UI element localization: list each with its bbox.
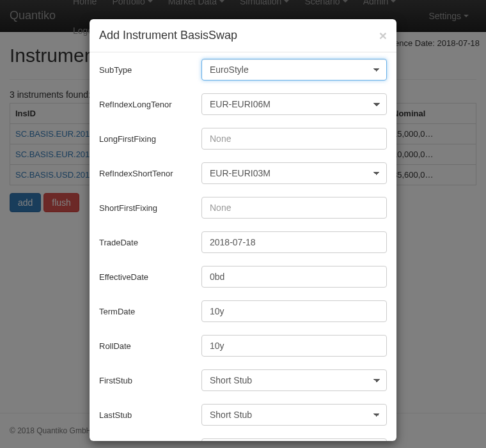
laststub-select[interactable]: Short Stub <box>201 404 387 426</box>
field-label: LastStub <box>99 410 201 420</box>
form-row-subtype: SubTypeEuroStyle <box>99 52 387 87</box>
firststub-select[interactable]: Short Stub <box>201 369 387 391</box>
form-row-laststub: LastStubShort Stub <box>99 398 387 432</box>
longfirstfixing-input[interactable] <box>201 128 387 150</box>
subtype-select[interactable]: EuroStyle <box>201 59 387 81</box>
field-label: EffectiveDate <box>99 272 201 282</box>
form-row-shortfirstfixing: ShortFirstFixing <box>99 190 387 225</box>
effectivedate-input[interactable] <box>201 266 387 288</box>
form-row-effectivedate: EffectiveDate <box>99 259 387 294</box>
form-row-rolldate: RollDate <box>99 328 387 363</box>
refindexshorttenor-select[interactable]: EUR-EURI03M <box>201 162 387 184</box>
form-row-longfirstfixing: LongFirstFixing <box>99 121 387 156</box>
close-icon[interactable]: × <box>379 29 387 42</box>
field-label: RefIndexLongTenor <box>99 100 201 109</box>
modal-title: Add Instrument BasisSwap <box>99 29 237 42</box>
field-label: RollDate <box>99 341 201 351</box>
form-row-firststub: FirstStubShort Stub <box>99 363 387 398</box>
rolldate-input[interactable] <box>201 335 387 357</box>
field-label: FirstStub <box>99 376 201 385</box>
refindexlongtenor-select[interactable]: EUR-EURI06M <box>201 93 387 115</box>
termdate-input[interactable] <box>201 300 387 322</box>
modal-add-instrument: Add Instrument BasisSwap × SubTypeEuroSt… <box>90 19 396 441</box>
form-row-refindexshorttenor: RefIndexShortTenorEUR-EURI03M <box>99 156 387 190</box>
spread-input[interactable] <box>201 438 387 441</box>
form-row-tradedate: TradeDate <box>99 225 387 259</box>
field-label: SubType <box>99 65 201 75</box>
form-row-termdate: TermDate <box>99 294 387 328</box>
field-label: RefIndexShortTenor <box>99 169 201 178</box>
form-row-spread: Spread <box>99 432 387 441</box>
field-label: TradeDate <box>99 238 201 247</box>
tradedate-input[interactable] <box>201 231 387 253</box>
shortfirstfixing-input[interactable] <box>201 197 387 219</box>
field-label: ShortFirstFixing <box>99 203 201 213</box>
field-label: TermDate <box>99 307 201 316</box>
field-label: LongFirstFixing <box>99 134 201 144</box>
form-row-refindexlongtenor: RefIndexLongTenorEUR-EURI06M <box>99 87 387 121</box>
